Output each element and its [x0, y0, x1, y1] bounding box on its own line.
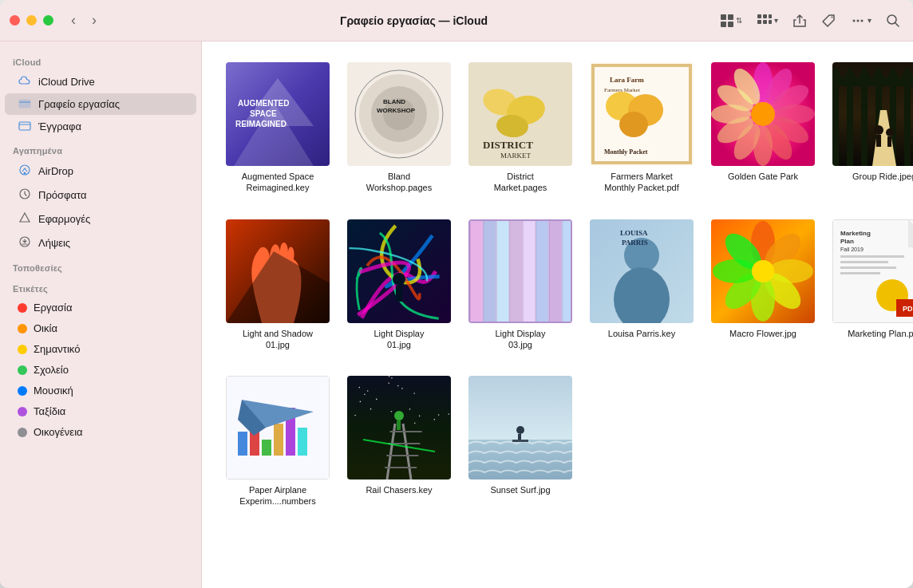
file-thumb-group-ride [832, 62, 913, 166]
file-name-paper: Paper AirplaneExperim....numbers [239, 484, 315, 507]
file-item-macro[interactable]: Macro Flower.jpg [706, 215, 820, 356]
file-thumb-light-shadow [226, 219, 330, 323]
svg-rect-0 [721, 14, 726, 20]
sidebar-item-tag-important[interactable]: Σημαντικό [5, 339, 196, 359]
maximize-button[interactable] [43, 15, 53, 26]
downloads-icon [18, 235, 32, 251]
desktop-folder-icon [18, 97, 32, 111]
file-thumb-augmented [226, 62, 330, 166]
file-item-golden[interactable]: Golden Gate Park [706, 57, 820, 199]
file-thumb-golden [711, 62, 815, 166]
sidebar: iCloud iCloud Drive Γραφείο εργασίας [0, 41, 202, 588]
file-item-farmers[interactable]: Farmers MarketMonthly Packet.pdf [585, 57, 698, 199]
sidebar-item-tag-family[interactable]: Οικογένεια [5, 422, 196, 442]
apps-icon [18, 211, 32, 227]
nav-buttons: ‹ › [66, 10, 101, 30]
sidebar-item-airdrop[interactable]: AirDrop [5, 160, 196, 183]
file-thumb-farmers [590, 62, 694, 166]
sidebar-item-icloud-drive[interactable]: iCloud Drive [5, 71, 196, 93]
minimize-button[interactable] [26, 15, 37, 26]
svg-rect-5 [763, 14, 767, 18]
sidebar-item-tag-work[interactable]: Εργασία [5, 298, 196, 318]
file-name-golden: Golden Gate Park [728, 171, 798, 182]
tag-music-dot [18, 386, 27, 396]
sidebar-section-locations: Τοποθεσίες [0, 255, 201, 276]
file-name-sunset: Sunset Surf.jpg [490, 484, 550, 495]
file-thumb-light-display03 [468, 219, 572, 323]
close-button[interactable] [10, 15, 20, 26]
sidebar-item-tag-home[interactable]: Οικία [5, 318, 196, 338]
tag-school-label: Σχολείο [34, 364, 69, 376]
share-button[interactable] [789, 10, 810, 31]
back-button[interactable]: ‹ [66, 10, 81, 30]
file-item-district[interactable]: DistrictMarket.pages [464, 57, 577, 199]
file-name-augmented: Augmented SpaceReimagined.key [242, 171, 314, 194]
airdrop-label: AirDrop [38, 165, 73, 177]
tag-work-label: Εργασία [34, 302, 73, 314]
sidebar-item-recent[interactable]: Πρόσφατα [5, 184, 196, 207]
file-name-louisa: Louisa Parris.key [608, 328, 675, 339]
file-item-louisa[interactable]: Louisa Parris.key [585, 215, 698, 356]
sidebar-item-tag-travel[interactable]: Ταξίδια [5, 401, 196, 421]
apps-label: Εφαρμογές [38, 213, 90, 225]
svg-point-12 [857, 19, 860, 22]
file-name-macro: Macro Flower.jpg [729, 328, 796, 339]
file-thumb-macro [711, 219, 815, 323]
file-name-farmers: Farmers MarketMonthly Packet.pdf [604, 171, 679, 194]
window-title: Γραφείο εργασίας — iCloud [111, 14, 717, 27]
file-item-rail[interactable]: Rail Chasers.key [342, 371, 456, 512]
tag-school-dot [18, 365, 27, 375]
view-toggle-button[interactable]: ⇅ [717, 10, 745, 31]
file-item-marketing[interactable]: Marketing Plan.pdf [828, 215, 913, 356]
airdrop-icon [18, 164, 32, 179]
file-item-light-display01[interactable]: Light Display01.jpg [342, 215, 456, 356]
sidebar-item-documents[interactable]: Έγγραφα [5, 116, 196, 137]
svg-rect-3 [728, 22, 733, 27]
file-item-light-shadow[interactable]: Light and Shadow01.jpg [221, 215, 334, 356]
recent-label: Πρόσφατα [38, 189, 86, 201]
svg-rect-1 [728, 14, 733, 20]
svg-rect-15 [19, 100, 30, 108]
file-item-sunset[interactable]: Sunset Surf.jpg [464, 371, 577, 512]
more-button[interactable]: ▾ [847, 10, 875, 31]
forward-button[interactable]: › [87, 10, 101, 30]
file-name-light-display01: Light Display01.jpg [374, 328, 425, 351]
tag-family-dot [18, 428, 27, 437]
file-name-marketing: Marketing Plan.pdf [848, 328, 913, 339]
search-button[interactable] [883, 10, 903, 31]
documents-folder-icon [18, 120, 32, 133]
file-thumb-light-display01 [347, 219, 451, 323]
file-item-augmented[interactable]: Augmented SpaceReimagined.key [221, 57, 334, 199]
sidebar-item-tag-music[interactable]: Μουσική [5, 381, 196, 401]
tag-travel-label: Ταξίδια [34, 405, 65, 417]
file-item-paper[interactable]: Paper AirplaneExperim....numbers [221, 371, 334, 512]
svg-rect-6 [769, 14, 772, 18]
file-item-bland[interactable]: BlandWorkshop.pages [342, 57, 456, 199]
icloud-drive-label: iCloud Drive [38, 76, 95, 88]
file-grid: Augmented SpaceReimagined.key BlandWorks… [221, 57, 894, 512]
svg-point-18 [24, 172, 26, 175]
file-thumb-rail [347, 376, 451, 479]
file-thumb-district [468, 62, 572, 166]
group-view-button[interactable]: ▾ [753, 10, 781, 31]
sidebar-item-downloads[interactable]: Λήψεις [5, 231, 196, 255]
file-thumb-sunset [468, 376, 572, 479]
svg-rect-7 [757, 20, 761, 24]
downloads-label: Λήψεις [38, 237, 70, 249]
tag-music-label: Μουσική [34, 385, 73, 397]
icloud-icon [18, 75, 32, 89]
sidebar-item-tag-school[interactable]: Σχολείο [5, 360, 196, 380]
tag-button[interactable] [818, 10, 839, 31]
desktop-label: Γραφείο εργασίας [38, 98, 120, 110]
sidebar-item-desktop[interactable]: Γραφείο εργασίας [5, 93, 196, 115]
file-thumb-paper [226, 376, 330, 479]
file-item-light-display03[interactable]: Light Display03.jpg [464, 215, 577, 356]
file-name-light-shadow: Light and Shadow01.jpg [243, 328, 313, 351]
tag-family-label: Οικογένεια [34, 426, 83, 438]
svg-rect-4 [757, 14, 761, 18]
tag-important-label: Σημαντικό [34, 343, 80, 355]
svg-point-10 [832, 16, 833, 18]
file-item-group-ride[interactable]: Group Ride.jpeg [828, 57, 913, 199]
tag-home-dot [18, 324, 27, 333]
sidebar-item-apps[interactable]: Εφαρμογές [5, 207, 196, 231]
